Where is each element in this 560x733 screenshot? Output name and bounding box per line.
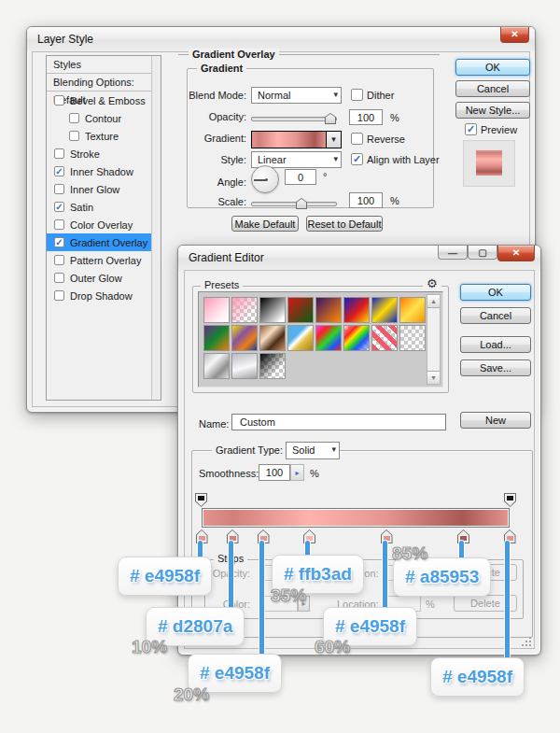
load-button[interactable]: Load... xyxy=(460,336,531,353)
styles-list-item[interactable]: ✓Gradient Overlay xyxy=(47,233,153,251)
styles-list-blending-options[interactable]: Blending Options: Default xyxy=(47,74,161,92)
styles-list-item[interactable]: Color Overlay xyxy=(47,216,153,233)
preset-copper[interactable] xyxy=(259,325,286,351)
checkbox[interactable] xyxy=(69,113,79,123)
preset-blue-red-yellow[interactable] xyxy=(343,297,370,323)
chevron-down-icon[interactable]: ▾ xyxy=(326,132,341,148)
ok-button[interactable]: OK xyxy=(455,59,530,76)
spinner-arrow-icon[interactable]: ▸ xyxy=(290,464,304,481)
checkbox[interactable] xyxy=(69,131,79,141)
gradient-type-select[interactable]: Solid ▾ xyxy=(286,442,340,459)
angle-input[interactable]: 0 xyxy=(285,169,316,185)
preset-pink-to-transparent[interactable] xyxy=(231,297,258,323)
preset-violet-green-orange[interactable] xyxy=(203,325,230,351)
preset-black-to-transparent[interactable] xyxy=(259,353,286,379)
preset-gray-to-white[interactable] xyxy=(231,353,258,379)
styles-list-item[interactable]: ✓Satin xyxy=(47,198,153,216)
chevron-down-icon: ▾ xyxy=(333,154,338,163)
reverse-checkbox[interactable] xyxy=(351,133,363,145)
checkbox[interactable] xyxy=(54,95,64,106)
preset-blue-yellow-blue[interactable] xyxy=(371,297,398,323)
reset-to-default-button[interactable]: Reset to Default xyxy=(306,216,383,232)
presets-legend: Presets xyxy=(201,279,243,290)
preset-transparent-stripes[interactable] xyxy=(371,325,398,351)
preset-silver[interactable] xyxy=(203,353,230,379)
preview-checkbox[interactable]: ✓ xyxy=(465,123,477,135)
ok-button[interactable]: OK xyxy=(460,284,531,301)
preview-label: Preview xyxy=(481,124,517,135)
styles-list-scrollbar[interactable] xyxy=(151,56,161,400)
blend-mode-label: Blend Mode: xyxy=(183,90,246,101)
gradient-legend: Gradient xyxy=(197,63,246,74)
checkbox[interactable] xyxy=(54,290,64,301)
preset-pink-to-white[interactable] xyxy=(203,297,230,323)
preset-yellow-violet-orange-blue[interactable] xyxy=(231,325,258,351)
styles-list-item[interactable]: Stroke xyxy=(47,145,153,162)
styles-list-item-label: Contour xyxy=(85,113,121,124)
dither-checkbox[interactable] xyxy=(351,89,363,101)
preset-spectrum[interactable] xyxy=(315,325,342,351)
gear-icon[interactable]: ⚙ xyxy=(423,276,441,290)
gradient-bar[interactable] xyxy=(202,508,510,528)
styles-list-item[interactable]: Inner Glow xyxy=(47,180,153,198)
maximize-icon[interactable]: ▢ xyxy=(468,246,497,260)
gradient-swatch[interactable] xyxy=(252,132,326,148)
scale-input[interactable]: 100 xyxy=(349,192,383,208)
angle-dial[interactable] xyxy=(251,165,279,193)
styles-list-header[interactable]: Styles xyxy=(47,56,161,74)
scroll-up-icon[interactable]: ▲ xyxy=(427,295,440,308)
checkbox[interactable] xyxy=(54,219,64,230)
color-callout: # e4958f xyxy=(118,557,212,596)
styles-list-item[interactable]: ✓Inner Shadow xyxy=(47,162,153,180)
style-label: Style: xyxy=(183,154,246,165)
preset-orange-yellow-orange[interactable] xyxy=(399,297,426,323)
new-style-button[interactable]: New Style... xyxy=(455,102,530,119)
styles-list-item[interactable]: Texture xyxy=(47,127,153,145)
gradient-editor-titlebar[interactable]: Gradient Editor — ▢ ✕ xyxy=(178,246,540,270)
styles-list-item[interactable]: Contour xyxy=(47,109,153,127)
callout-hex: # e4958f xyxy=(442,667,512,686)
preset-transparent-rainbow[interactable] xyxy=(343,325,370,351)
styles-list-item[interactable]: Pattern Overlay xyxy=(47,251,153,269)
scroll-down-icon[interactable]: ▼ xyxy=(427,371,440,384)
checkbox[interactable]: ✓ xyxy=(54,166,64,176)
gradient-swatch-control[interactable]: ▾ xyxy=(251,131,342,148)
preset-blue-white-gold[interactable] xyxy=(287,325,314,351)
preset-red-to-green[interactable] xyxy=(287,297,314,323)
styles-list-item[interactable]: Drop Shadow xyxy=(47,287,153,304)
checkbox[interactable] xyxy=(54,148,64,159)
opacity-unit: % xyxy=(390,112,399,123)
stop-position-label: 60% xyxy=(315,637,350,657)
styles-list-item[interactable]: Outer Glow xyxy=(47,269,153,287)
callout-hex: # e4958f xyxy=(130,566,200,585)
align-with-layer-checkbox[interactable]: ✓ xyxy=(351,153,363,165)
cancel-button[interactable]: Cancel xyxy=(455,80,530,97)
preset-violet-to-orange[interactable] xyxy=(315,297,342,323)
minimize-icon[interactable]: — xyxy=(438,246,468,260)
checkbox[interactable]: ✓ xyxy=(54,202,64,212)
checkbox[interactable] xyxy=(54,184,64,194)
cancel-button[interactable]: Cancel xyxy=(460,307,531,324)
checkbox[interactable] xyxy=(54,255,64,265)
opacity-slider[interactable] xyxy=(251,117,337,121)
preset-black-to-white[interactable] xyxy=(259,297,286,323)
close-icon[interactable]: ✕ xyxy=(497,246,535,261)
chevron-down-icon: ▾ xyxy=(331,444,336,454)
scale-slider[interactable] xyxy=(251,202,337,206)
stop-position-label: 10% xyxy=(132,637,167,657)
layer-style-titlebar[interactable]: Layer Style ✕ xyxy=(27,27,535,51)
scale-unit: % xyxy=(390,195,399,206)
make-default-button[interactable]: Make Default xyxy=(231,216,299,232)
close-icon[interactable]: ✕ xyxy=(500,27,529,43)
resize-grip[interactable] xyxy=(522,637,532,647)
save-button[interactable]: Save... xyxy=(460,359,531,376)
presets-scrollbar[interactable]: ▲ ▼ xyxy=(427,294,441,385)
blend-mode-select[interactable]: Normal ▾ xyxy=(251,87,342,104)
checkbox[interactable] xyxy=(54,273,64,283)
new-button[interactable]: New xyxy=(460,412,531,429)
name-input[interactable]: Custom xyxy=(231,414,446,430)
checkbox[interactable]: ✓ xyxy=(54,237,64,247)
smoothness-input[interactable]: 100 xyxy=(259,464,290,481)
preset-transparent-noise[interactable] xyxy=(399,325,426,351)
opacity-input[interactable]: 100 xyxy=(349,109,383,125)
